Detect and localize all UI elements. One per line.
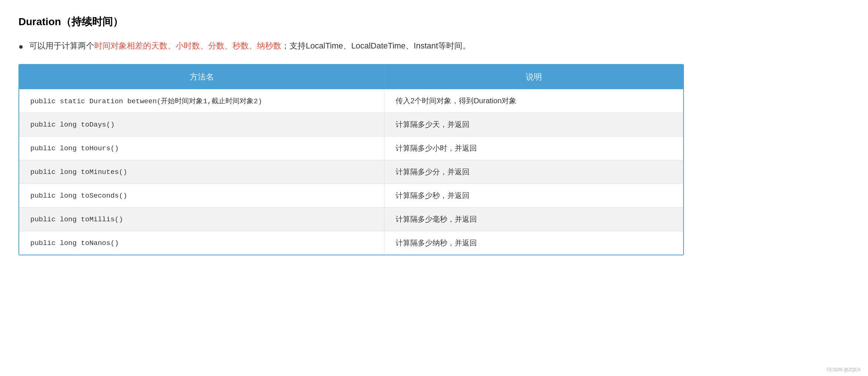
bullet-prefix: 可以用于计算两个 — [29, 41, 94, 50]
cell-method: public long toMinutes() — [19, 160, 384, 184]
cell-method: public long toNanos() — [19, 231, 384, 255]
cell-description: 传入2个时间对象，得到Duration对象 — [384, 89, 683, 113]
table-row: public long toMinutes()计算隔多少分，并返回 — [19, 160, 683, 184]
bullet-dot: ● — [18, 40, 23, 53]
table-row: public long toHours()计算隔多少小时，并返回 — [19, 137, 683, 160]
table-row: public static Duration between(开始时间对象1,截… — [19, 89, 683, 113]
watermark: ©CSDN @ZQCA — [827, 367, 861, 372]
table-row: public long toNanos()计算隔多少纳秒，并返回 — [19, 231, 683, 255]
column-description: 说明 — [384, 65, 683, 89]
cell-method: public long toSeconds() — [19, 184, 384, 208]
bullet-text: 可以用于计算两个时间对象相差的天数、小时数、分数、秒数、纳秒数；支持LocalT… — [29, 39, 471, 52]
cell-description: 计算隔多少小时，并返回 — [384, 137, 683, 160]
bullet-suffix: ；支持LocalTime、LocalDateTime、Instant等时间。 — [281, 41, 471, 50]
cell-description: 计算隔多少秒，并返回 — [384, 184, 683, 208]
methods-table: 方法名 说明 public static Duration between(开始… — [19, 65, 683, 255]
table-row: public long toDays()计算隔多少天，并返回 — [19, 113, 683, 137]
cell-method: public long toDays() — [19, 113, 384, 137]
cell-description: 计算隔多少毫秒，并返回 — [384, 208, 683, 231]
table-header-row: 方法名 说明 — [19, 65, 683, 89]
cell-description: 计算隔多少分，并返回 — [384, 160, 683, 184]
methods-table-wrapper: 方法名 说明 public static Duration between(开始… — [18, 64, 684, 255]
cell-description: 计算隔多少纳秒，并返回 — [384, 231, 683, 255]
cell-method: public long toHours() — [19, 137, 384, 160]
cell-method: public long toMillis() — [19, 208, 384, 231]
bullet-highlight: 时间对象相差的天数、小时数、分数、秒数、纳秒数 — [94, 41, 281, 50]
page-title: Duration（持续时间） — [18, 15, 850, 29]
cell-description: 计算隔多少天，并返回 — [384, 113, 683, 137]
bullet-section: ● 可以用于计算两个时间对象相差的天数、小时数、分数、秒数、纳秒数；支持Loca… — [18, 39, 850, 53]
table-row: public long toSeconds()计算隔多少秒，并返回 — [19, 184, 683, 208]
cell-method: public static Duration between(开始时间对象1,截… — [19, 89, 384, 113]
column-method-name: 方法名 — [19, 65, 384, 89]
table-row: public long toMillis()计算隔多少毫秒，并返回 — [19, 208, 683, 231]
